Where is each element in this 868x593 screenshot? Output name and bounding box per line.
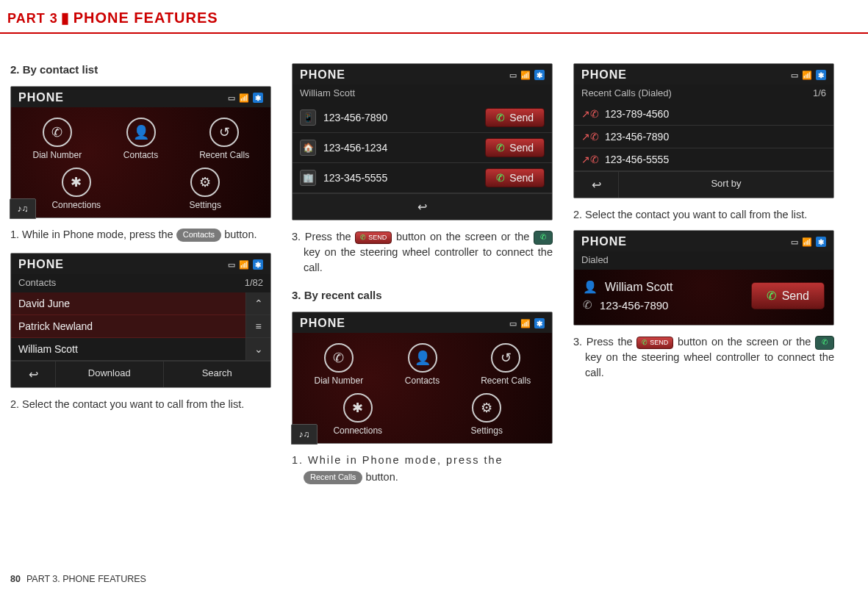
bluetooth-icon: ✱ bbox=[534, 70, 545, 80]
screenshot-phone-main-1: PHONE ▭📶✱ ✆Dial Number 👤Contacts ↺Recent… bbox=[10, 86, 271, 218]
mobile-icon: 📱 bbox=[300, 109, 316, 126]
send-button[interactable]: ✆Send bbox=[485, 138, 545, 157]
dial-number-button[interactable]: ✆Dial Number bbox=[18, 118, 96, 160]
contacts-button[interactable]: 👤Contacts bbox=[384, 343, 462, 386]
sort-by-button[interactable]: Sort by bbox=[618, 172, 833, 198]
bluetooth-icon: ✱ bbox=[253, 93, 263, 103]
bt-connection-icon: ✱ bbox=[62, 168, 91, 197]
send-inline-icon: ✆ SEND bbox=[636, 337, 673, 349]
page-number: 80 bbox=[10, 574, 21, 584]
back-button[interactable]: ↩ bbox=[11, 362, 55, 387]
number-row: 📱123-456-7890✆Send bbox=[293, 103, 552, 133]
dialed-call-icon: ↗✆ bbox=[581, 154, 599, 165]
column-1: 2. By contact list PHONE ▭📶✱ ✆Dial Numbe… bbox=[10, 63, 271, 485]
settings-button[interactable]: ⚙Settings bbox=[148, 168, 264, 210]
contact-row[interactable]: William Scott bbox=[11, 338, 245, 361]
steering-call-key-icon: ✆ bbox=[534, 231, 553, 245]
steering-call-key-icon: ✆ bbox=[815, 336, 834, 350]
send-button[interactable]: ✆Send bbox=[751, 282, 825, 309]
user-icon: 👤 bbox=[583, 280, 598, 294]
page-footer: 80PART 3. PHONE FEATURES bbox=[10, 574, 146, 584]
dial-number-button[interactable]: ✆Dial Number bbox=[300, 343, 378, 386]
shot-title: PHONE bbox=[300, 317, 345, 330]
back-button[interactable]: ↩ bbox=[293, 194, 552, 220]
dialed-name: William Scott bbox=[605, 281, 672, 294]
person-icon: 👤 bbox=[126, 118, 156, 147]
number-row: 🏢123-345-5555✆Send bbox=[293, 163, 552, 193]
phone-green-icon: ✆ bbox=[496, 142, 505, 154]
bluetooth-icon: ✱ bbox=[253, 259, 263, 270]
step-3-recent-text: 3. Press the ✆ SEND button on the screen… bbox=[585, 334, 834, 381]
step-1-text: 1. While in Phone mode, press the Contac… bbox=[22, 227, 271, 242]
dialed-call-icon: ↗✆ bbox=[581, 108, 599, 120]
search-button[interactable]: Search bbox=[163, 362, 271, 387]
battery-icon: ▭ bbox=[509, 71, 517, 80]
dialed-call-icon: ↗✆ bbox=[581, 131, 599, 143]
battery-icon: ▭ bbox=[228, 93, 236, 103]
recent-calls-button[interactable]: ↺Recent Calls bbox=[467, 343, 545, 386]
scroll-down-button[interactable]: ⌄ bbox=[246, 338, 270, 361]
media-tab-icon[interactable]: ♪♫ bbox=[10, 198, 36, 218]
media-tab-icon[interactable]: ♪♫ bbox=[292, 424, 318, 444]
screenshot-contacts-list: PHONE ▭📶✱ Contacts1/82 David June Patric… bbox=[10, 253, 271, 388]
office-icon: 🏢 bbox=[300, 170, 316, 186]
status-icons: ▭📶✱ bbox=[228, 93, 263, 103]
signal-icon: 📶 bbox=[802, 237, 813, 247]
step-2-recent-text: 2. Select the contact you want to call f… bbox=[585, 207, 834, 223]
shot-title: PHONE bbox=[18, 258, 64, 271]
contacts-sub-label: Contacts bbox=[18, 277, 56, 288]
status-icons: ▭📶✱ bbox=[791, 237, 826, 247]
contact-row[interactable]: David June bbox=[11, 292, 245, 315]
back-button[interactable]: ↩ bbox=[574, 172, 618, 198]
recent-sub-label: Recent Calls (Dialed) bbox=[581, 87, 672, 98]
shot-title: PHONE bbox=[581, 235, 627, 248]
contacts-counter: 1/82 bbox=[245, 277, 263, 288]
shot-title: PHONE bbox=[300, 68, 345, 82]
contact-name: William Scott bbox=[300, 87, 355, 98]
recent-call-row[interactable]: ↗✆123-789-4560 bbox=[574, 103, 833, 126]
bluetooth-icon: ✱ bbox=[816, 237, 826, 247]
bluetooth-icon: ✱ bbox=[816, 70, 826, 80]
shot-title: PHONE bbox=[18, 91, 64, 104]
status-icons: ▭📶✱ bbox=[509, 318, 545, 328]
send-button[interactable]: ✆Send bbox=[485, 108, 545, 127]
settings-button[interactable]: ⚙Settings bbox=[429, 393, 545, 436]
column-2: PHONE ▭📶✱ William Scott 📱123-456-7890✆Se… bbox=[292, 63, 553, 485]
signal-icon: 📶 bbox=[239, 260, 250, 270]
recent-calls-label-button: Recent Calls bbox=[304, 471, 362, 484]
sub-heading-recent-calls: 3. By recent calls bbox=[292, 289, 553, 301]
contact-row[interactable]: Patrick Newland bbox=[11, 315, 245, 338]
phone-icon: ✆ bbox=[583, 298, 592, 312]
recent-icon: ↺ bbox=[491, 343, 520, 373]
screenshot-phone-main-2: PHONE ▭📶✱ ✆Dial Number 👤Contacts ↺Recent… bbox=[292, 312, 553, 444]
phone-icon: ✆ bbox=[43, 118, 72, 147]
scroll-up-button[interactable]: ⌃ bbox=[246, 292, 270, 315]
status-icons: ▭📶✱ bbox=[509, 70, 545, 80]
phone-green-icon: ✆ bbox=[496, 112, 505, 123]
phone-icon: ✆ bbox=[324, 343, 354, 373]
send-button[interactable]: ✆Send bbox=[485, 168, 545, 187]
scroll-double-up-button[interactable]: ≡ bbox=[246, 315, 270, 338]
recent-call-row[interactable]: ↗✆123-456-5555 bbox=[574, 148, 833, 171]
footer-label: PART 3. PHONE FEATURES bbox=[26, 574, 146, 584]
page-header: PART 3 ▮ PHONE FEATURES bbox=[0, 0, 868, 34]
recent-counter: 1/6 bbox=[813, 87, 826, 98]
gear-icon: ⚙ bbox=[472, 393, 501, 423]
section-title: PHONE FEATURES bbox=[73, 10, 218, 26]
recent-calls-button[interactable]: ↺Recent Calls bbox=[185, 118, 263, 160]
contacts-button[interactable]: 👤Contacts bbox=[102, 118, 180, 160]
status-icons: ▭📶✱ bbox=[791, 70, 826, 80]
shot-title: PHONE bbox=[581, 68, 627, 82]
battery-icon: ▭ bbox=[791, 71, 799, 80]
signal-icon: 📶 bbox=[520, 71, 531, 80]
step-2-text: 2. Select the contact you want to call f… bbox=[22, 397, 271, 412]
download-button[interactable]: Download bbox=[55, 362, 163, 387]
back-arrow-icon: ↩ bbox=[417, 201, 427, 213]
person-icon: 👤 bbox=[408, 343, 437, 373]
battery-icon: ▭ bbox=[509, 319, 517, 328]
recent-call-row[interactable]: ↗✆123-456-7890 bbox=[574, 126, 833, 148]
bt-connection-icon: ✱ bbox=[343, 393, 373, 423]
battery-icon: ▭ bbox=[228, 260, 236, 270]
column-3: PHONE ▭📶✱ Recent Calls (Dialed)1/6 ↗✆123… bbox=[573, 63, 834, 485]
gear-icon: ⚙ bbox=[190, 168, 220, 197]
